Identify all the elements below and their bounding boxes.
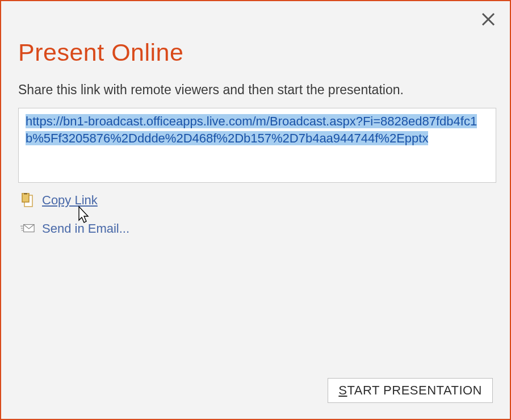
share-link-text: https://bn1-broadcast.officeapps.live.co… [26, 114, 477, 145]
email-icon [20, 221, 35, 236]
close-button[interactable] [477, 8, 500, 31]
copy-link-label: Copy Link [42, 193, 98, 208]
clipboard-icon [20, 193, 35, 208]
link-actions: Copy Link Send in Email... [18, 193, 493, 236]
dialog-title: Present Online [18, 39, 493, 66]
start-presentation-button[interactable]: START PRESENTATION [328, 378, 493, 403]
copy-link-action[interactable]: Copy Link [20, 193, 98, 208]
present-online-dialog: Present Online Share this link with remo… [0, 0, 511, 420]
send-email-label: Send in Email... [42, 221, 129, 236]
dialog-content: Present Online Share this link with remo… [1, 1, 510, 267]
close-icon [481, 12, 496, 27]
share-link-field[interactable]: https://bn1-broadcast.officeapps.live.co… [18, 108, 496, 183]
send-email-action[interactable]: Send in Email... [20, 221, 129, 236]
start-presentation-rest: TART PRESENTATION [347, 383, 483, 397]
instruction-text: Share this link with remote viewers and … [18, 82, 493, 98]
start-presentation-accelerator: S [338, 383, 347, 397]
svg-rect-4 [24, 193, 27, 195]
